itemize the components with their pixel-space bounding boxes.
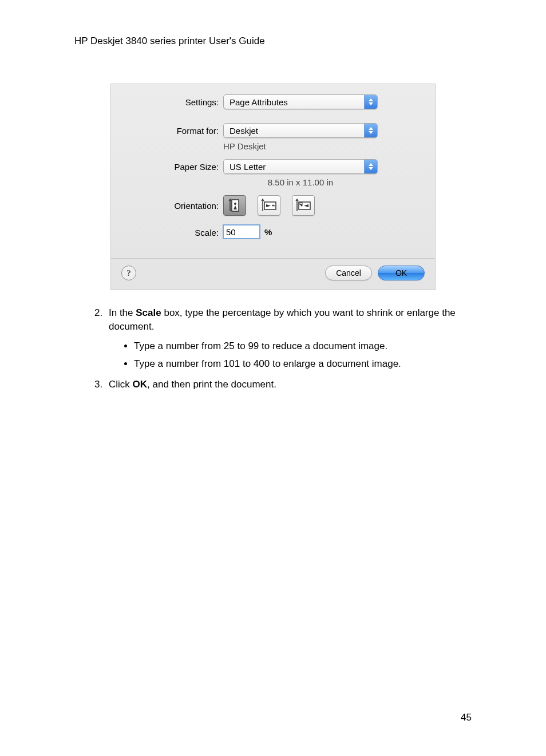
paper-size-select[interactable]: US Letter: [223, 159, 378, 174]
format-for-select[interactable]: Deskjet: [223, 123, 378, 138]
scale-percent: %: [264, 227, 272, 237]
format-for-subtext: HP Deskjet: [121, 141, 266, 151]
landscape-icon: [260, 198, 278, 213]
help-icon: ?: [126, 268, 131, 278]
paper-size-value: US Letter: [230, 162, 266, 172]
reverse-landscape-icon: [295, 198, 312, 213]
cancel-button[interactable]: Cancel: [325, 266, 372, 280]
orientation-landscape-button[interactable]: [258, 195, 280, 216]
page-setup-dialog: Settings: Page Attributes Format for: De…: [110, 84, 436, 290]
settings-select[interactable]: Page Attributes: [223, 94, 378, 109]
format-for-value: Deskjet: [230, 126, 258, 136]
paper-size-label: Paper Size:: [121, 162, 223, 172]
dropdown-arrows-icon: [364, 124, 377, 137]
instructions: In the Scale box, type the percentage by…: [74, 306, 472, 391]
page-number: 45: [74, 712, 472, 723]
svg-point-1: [234, 203, 236, 205]
settings-label: Settings:: [121, 97, 223, 107]
ok-button[interactable]: OK: [378, 266, 425, 280]
settings-value: Page Attributes: [230, 97, 288, 107]
dropdown-arrows-icon: [364, 95, 377, 109]
orientation-label: Orientation:: [121, 201, 223, 211]
step-3: Click OK, and then print the document.: [105, 378, 472, 391]
dropdown-arrows-icon: [364, 160, 377, 173]
svg-point-3: [272, 204, 274, 206]
bullet-reduce: Type a number from 25 to 99 to reduce a …: [134, 339, 472, 353]
paper-size-subtext: 8.50 in x 11.00 in: [223, 177, 378, 187]
step-2: In the Scale box, type the percentage by…: [105, 306, 472, 371]
scale-label: Scale:: [121, 227, 223, 238]
orientation-reverse-landscape-button[interactable]: [292, 195, 315, 216]
scale-input[interactable]: [223, 225, 260, 239]
format-for-label: Format for:: [121, 126, 223, 136]
svg-point-4: [274, 205, 275, 207]
help-button[interactable]: ?: [121, 266, 136, 280]
portrait-icon: [228, 198, 242, 213]
bullet-enlarge: Type a number from 101 to 400 to enlarge…: [134, 357, 472, 371]
page-header: HP Deskjet 3840 series printer User's Gu…: [74, 35, 472, 47]
orientation-portrait-button[interactable]: [223, 195, 246, 216]
